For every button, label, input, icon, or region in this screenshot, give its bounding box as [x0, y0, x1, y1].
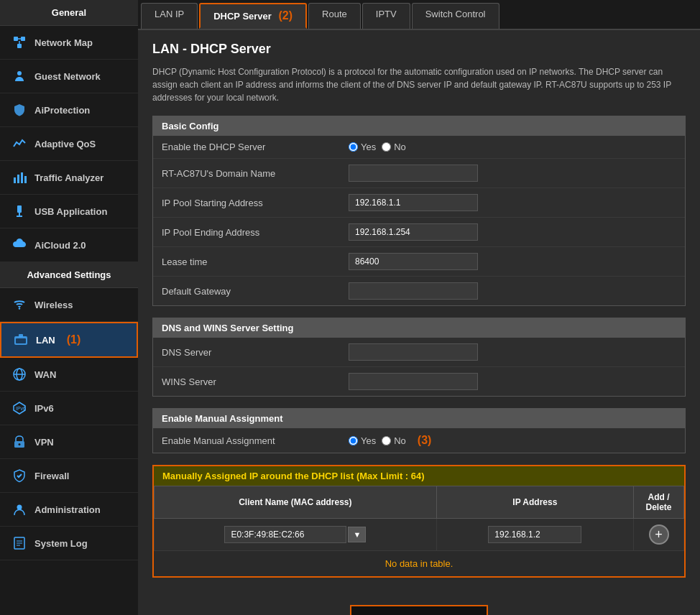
- lease-time-input[interactable]: [349, 253, 478, 270]
- page-title: LAN - DHCP Server: [152, 42, 686, 57]
- svg-point-13: [19, 308, 20, 309]
- add-delete-cell: +: [634, 519, 684, 551]
- col-mac: Client Name (MAC address): [155, 486, 437, 519]
- dhcp-enable-value: Yes No: [349, 142, 676, 152]
- usb-application-icon: [11, 203, 27, 219]
- manual-assign-enable-label: Enable Manual Assignment: [162, 435, 349, 446]
- sidebar-item-firewall[interactable]: Firewall: [0, 459, 138, 493]
- lan-callout: (1): [67, 333, 81, 346]
- sidebar-label-administration: Administration: [34, 504, 101, 515]
- dns-server-value: [349, 343, 676, 361]
- vpn-icon: [11, 434, 27, 450]
- svg-rect-2: [17, 44, 22, 48]
- main-content: LAN IP DHCP Server (2) Route IPTV Switch…: [138, 0, 700, 615]
- sidebar-item-wan[interactable]: WAN: [0, 358, 138, 392]
- dhcp-no-radio[interactable]: [382, 142, 391, 152]
- manual-assign-enable-section: Enable Manual Assignment Enable Manual A…: [152, 408, 686, 453]
- ip-pool-start-row: IP Pool Starting Address: [153, 188, 685, 218]
- firewall-icon: [11, 468, 27, 484]
- manual-assign-table-header: Manually Assigned IP around the DHCP lis…: [154, 466, 684, 486]
- sidebar-item-usb-application[interactable]: USB Application: [0, 195, 138, 228]
- general-section-header: General: [0, 0, 138, 26]
- dhcp-enable-row: Enable the DHCP Server Yes No: [153, 136, 685, 159]
- basic-config-header: Basic Config: [153, 116, 685, 136]
- advanced-section-header: Advanced Settings: [0, 262, 138, 288]
- domain-name-value: [349, 165, 676, 182]
- sidebar-item-adaptive-qos[interactable]: Adaptive QoS: [0, 127, 138, 161]
- ip-pool-start-value: [349, 194, 676, 211]
- lease-time-row: Lease time: [153, 247, 685, 277]
- svg-rect-12: [17, 216, 22, 217]
- tab-dhcp-server[interactable]: DHCP Server (2): [199, 3, 307, 29]
- dhcp-yes-label[interactable]: Yes: [349, 142, 376, 152]
- manual-assign-no-label[interactable]: No: [382, 435, 406, 446]
- wins-server-label: WINS Server: [162, 376, 349, 387]
- traffic-analyzer-icon: [11, 170, 27, 185]
- default-gateway-value: [349, 282, 676, 300]
- sidebar-item-lan[interactable]: LAN (1): [0, 322, 138, 358]
- sidebar-item-guest-network[interactable]: Guest Network: [0, 60, 138, 93]
- tab-iptv[interactable]: IPTV: [362, 3, 410, 29]
- sidebar-item-ipv6[interactable]: IPv6 IPv6: [0, 392, 138, 425]
- domain-name-input[interactable]: [349, 165, 478, 182]
- sidebar-item-administration[interactable]: Administration: [0, 493, 138, 527]
- sidebar-item-aicloud[interactable]: AiCloud 2.0: [0, 228, 138, 262]
- page-content: LAN - DHCP Server DHCP (Dynamic Host Con…: [138, 30, 700, 598]
- sidebar-label-guest-network: Guest Network: [34, 71, 101, 82]
- manual-assign-enable-value: Yes No (3): [349, 434, 676, 447]
- no-data-text: No data in table.: [154, 551, 684, 576]
- basic-config-section: Basic Config Enable the DHCP Server Yes …: [152, 116, 686, 306]
- wins-server-input[interactable]: [349, 373, 478, 390]
- dhcp-yes-radio[interactable]: [349, 142, 358, 152]
- sidebar-item-traffic-analyzer[interactable]: Traffic Analyzer: [0, 161, 138, 195]
- add-entry-button[interactable]: +: [649, 524, 669, 545]
- domain-name-label: RT-AC87U's Domain Name: [162, 168, 349, 179]
- dns-wins-header: DNS and WINS Server Setting: [153, 318, 685, 338]
- sidebar-item-network-map[interactable]: Network Map: [0, 26, 138, 60]
- svg-rect-7: [17, 175, 19, 183]
- ip-pool-start-input[interactable]: [349, 194, 478, 211]
- sidebar-item-system-log[interactable]: System Log: [0, 527, 138, 560]
- ip-pool-end-row: IP Pool Ending Address: [153, 218, 685, 247]
- manual-assign-no-radio[interactable]: [382, 436, 391, 445]
- dns-wins-section: DNS and WINS Server Setting DNS Server W…: [152, 318, 686, 397]
- ip-pool-end-input[interactable]: [349, 223, 478, 241]
- default-gateway-row: Default Gateway: [153, 277, 685, 305]
- dns-server-input[interactable]: [349, 343, 478, 361]
- tab-route[interactable]: Route: [308, 3, 361, 29]
- sidebar-label-lan: LAN: [36, 335, 55, 346]
- manual-assign-yes-label[interactable]: Yes: [349, 435, 376, 446]
- svg-rect-9: [24, 176, 27, 183]
- svg-rect-6: [14, 177, 16, 183]
- sidebar-item-vpn[interactable]: VPN: [0, 425, 138, 459]
- mac-address-input[interactable]: [224, 526, 346, 543]
- sidebar-label-network-map: Network Map: [34, 37, 93, 48]
- svg-rect-15: [16, 338, 26, 343]
- manual-assign-callout: (3): [418, 434, 432, 447]
- sidebar-label-system-log: System Log: [34, 538, 88, 549]
- dns-server-row: DNS Server: [153, 338, 685, 367]
- manual-assign-enable-header: Enable Manual Assignment: [153, 409, 685, 428]
- apply-button[interactable]: Apply (4): [350, 605, 488, 615]
- lease-time-value: [349, 253, 676, 270]
- lan-icon: [13, 332, 29, 348]
- mac-dropdown-button[interactable]: ▼: [348, 527, 366, 542]
- sidebar-label-vpn: VPN: [34, 437, 54, 448]
- default-gateway-input[interactable]: [349, 282, 478, 300]
- sidebar-item-wireless[interactable]: Wireless: [0, 288, 138, 322]
- sidebar-label-adaptive-qos: Adaptive QoS: [34, 139, 96, 149]
- svg-rect-0: [14, 37, 18, 41]
- tab-lan-ip[interactable]: LAN IP: [141, 3, 198, 29]
- sidebar-label-aiprotection: AiProtection: [34, 105, 90, 116]
- manual-assign-table-section: Manually Assigned IP around the DHCP lis…: [152, 465, 686, 578]
- aicloud-icon: [11, 237, 27, 253]
- dhcp-no-label[interactable]: No: [382, 142, 406, 152]
- sidebar-label-wan: WAN: [34, 369, 56, 380]
- tab-switch-control[interactable]: Switch Control: [412, 3, 499, 29]
- manual-assign-yes-radio[interactable]: [349, 436, 358, 445]
- svg-point-5: [17, 71, 22, 75]
- adaptive-qos-icon: [11, 136, 27, 152]
- dhcp-enable-label: Enable the DHCP Server: [162, 142, 349, 152]
- sidebar-item-aiprotection[interactable]: AiProtection: [0, 93, 138, 127]
- assigned-ip-input[interactable]: [488, 526, 581, 543]
